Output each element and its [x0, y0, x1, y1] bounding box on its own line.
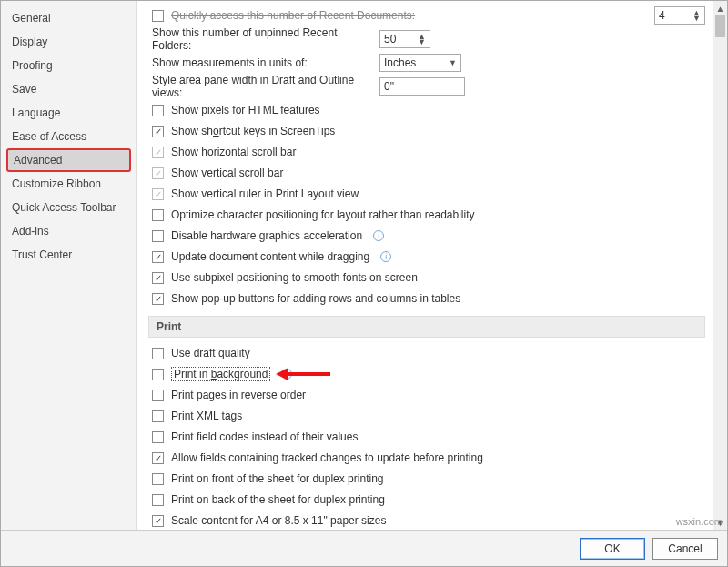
- chk-draft[interactable]: Use draft quality: [148, 343, 705, 363]
- checkbox-checked-icon: ✓: [152, 293, 164, 305]
- checkbox-icon: [152, 410, 164, 422]
- update-drag-label: Update document content while dragging: [171, 250, 369, 263]
- popup-btns-label: Show pop-up buttons for adding rows and …: [171, 292, 460, 305]
- chk-v-ruler: ✓ Show vertical ruler in Print Layout vi…: [148, 184, 705, 204]
- units-label: Show measurements in units of:: [148, 56, 379, 69]
- unpinned-folders-value: 50: [384, 33, 396, 46]
- chk-tracked[interactable]: ✓ Allow fields containing tracked change…: [148, 448, 705, 468]
- print-background-label: Print in background: [171, 367, 270, 381]
- checkbox-checked-icon: ✓: [152, 147, 164, 158]
- checkbox-icon: [152, 369, 164, 380]
- recent-docs-label: Quickly access this number of Recent Doc…: [171, 9, 415, 22]
- checkbox-icon: [152, 230, 164, 242]
- recent-docs-value: 4: [659, 9, 665, 22]
- checkbox-checked-icon: ✓: [152, 188, 164, 200]
- recent-docs-spinner[interactable]: 4 ▲▼: [654, 6, 705, 25]
- checkbox-icon: [152, 10, 164, 22]
- checkbox-icon: [152, 105, 164, 116]
- info-icon[interactable]: i: [281, 369, 292, 380]
- field-codes-label: Print field codes instead of their value…: [171, 430, 358, 443]
- units-value: Inches: [384, 56, 416, 69]
- sidebar-item-ease-of-access[interactable]: Ease of Access: [1, 125, 136, 148]
- checkbox-icon: [152, 494, 164, 506]
- sidebar: General Display Proofing Save Language E…: [1, 1, 137, 530]
- checkbox-checked-icon: ✓: [152, 251, 164, 263]
- vertical-scrollbar[interactable]: ▲ ▼: [713, 1, 727, 530]
- section-header-print: Print: [148, 316, 705, 338]
- reverse-label: Print pages in reverse order: [171, 389, 306, 401]
- chk-update-drag[interactable]: ✓ Update document content while dragging…: [148, 247, 705, 267]
- scroll-thumb[interactable]: [715, 15, 725, 37]
- scroll-area: Quickly access this number of Recent Doc…: [137, 1, 713, 530]
- duplex-front-label: Print on front of the sheet for duplex p…: [171, 472, 383, 485]
- row-style-pane: Style area pane width in Draft and Outli…: [148, 74, 705, 99]
- disable-hw-label: Disable hardware graphics acceleration: [171, 229, 362, 242]
- checkbox-icon: [152, 431, 164, 443]
- chk-scale-a4[interactable]: ✓ Scale content for A4 or 8.5 x 11" pape…: [148, 511, 705, 530]
- sidebar-item-language[interactable]: Language: [1, 101, 136, 125]
- chk-disable-hw[interactable]: Disable hardware graphics acceleration i: [148, 226, 705, 246]
- sidebar-item-quick-access-toolbar[interactable]: Quick Access Toolbar: [1, 196, 136, 219]
- info-icon[interactable]: i: [373, 230, 384, 241]
- sidebar-item-proofing[interactable]: Proofing: [1, 54, 136, 77]
- units-dropdown[interactable]: Inches ▼: [379, 54, 461, 72]
- sidebar-item-trust-center[interactable]: Trust Center: [1, 243, 136, 267]
- chk-pixels-html[interactable]: Show pixels for HTML features: [148, 100, 705, 120]
- row-recent-docs: Quickly access this number of Recent Doc…: [148, 5, 705, 25]
- sidebar-item-advanced[interactable]: Advanced: [6, 148, 131, 172]
- chk-popup-btns[interactable]: ✓ Show pop-up buttons for adding rows an…: [148, 289, 705, 309]
- info-icon[interactable]: i: [380, 251, 391, 262]
- watermark: wsxin.com: [676, 516, 723, 527]
- dialog-footer: OK Cancel: [1, 530, 727, 566]
- v-ruler-label: Show vertical ruler in Print Layout view: [171, 187, 359, 200]
- chk-duplex-back[interactable]: Print on back of the sheet for duplex pr…: [148, 490, 705, 510]
- style-pane-value: 0": [384, 80, 394, 93]
- row-unpinned-folders: Show this number of unpinned Recent Fold…: [148, 26, 705, 52]
- checkbox-checked-icon: ✓: [152, 272, 164, 284]
- checkbox-checked-icon: ✓: [152, 167, 164, 179]
- chk-h-scroll: ✓ Show horizontal scroll bar: [148, 142, 705, 162]
- chk-recent-docs[interactable]: Quickly access this number of Recent Doc…: [148, 9, 415, 22]
- sidebar-item-customize-ribbon[interactable]: Customize Ribbon: [1, 172, 136, 196]
- chk-subpixel[interactable]: ✓ Use subpixel positioning to smooth fon…: [148, 268, 705, 288]
- chk-xml[interactable]: Print XML tags: [148, 406, 705, 426]
- chk-reverse[interactable]: Print pages in reverse order: [148, 385, 705, 405]
- chk-field-codes[interactable]: Print field codes instead of their value…: [148, 427, 705, 447]
- h-scroll-label: Show horizontal scroll bar: [171, 146, 296, 158]
- subpixel-label: Use subpixel positioning to smooth fonts…: [171, 271, 418, 284]
- spinner-buttons-icon: ▲▼: [693, 10, 701, 21]
- xml-label: Print XML tags: [171, 410, 242, 422]
- unpinned-folders-label: Show this number of unpinned Recent Fold…: [148, 26, 379, 52]
- tracked-label: Allow fields containing tracked changes …: [171, 451, 483, 464]
- row-units: Show measurements in units of: Inches ▼: [148, 53, 705, 73]
- options-dialog: General Display Proofing Save Language E…: [0, 0, 728, 567]
- shortcut-keys-label: Show shortcut keys in ScreenTips: [171, 125, 335, 137]
- chk-optimize-pos[interactable]: Optimize character positioning for layou…: [148, 205, 705, 225]
- pixels-html-label: Show pixels for HTML features: [171, 104, 320, 116]
- sidebar-item-save[interactable]: Save: [1, 77, 136, 101]
- checkbox-icon: [152, 473, 164, 485]
- chk-print-background[interactable]: Print in background i: [148, 364, 705, 384]
- scroll-up-icon[interactable]: ▲: [713, 1, 727, 15]
- checkbox-checked-icon: ✓: [152, 126, 164, 137]
- ok-button[interactable]: OK: [580, 538, 645, 560]
- spinner-buttons-icon: ▲▼: [418, 34, 426, 45]
- dialog-body: General Display Proofing Save Language E…: [1, 1, 727, 530]
- unpinned-folders-spinner[interactable]: 50 ▲▼: [379, 30, 430, 48]
- draft-label: Use draft quality: [171, 347, 250, 359]
- checkbox-icon: [152, 209, 164, 221]
- optimize-pos-label: Optimize character positioning for layou…: [171, 208, 475, 221]
- v-scroll-label: Show vertical scroll bar: [171, 167, 283, 179]
- checkbox-icon: [152, 348, 164, 359]
- cancel-button[interactable]: Cancel: [652, 538, 718, 560]
- content-pane: Quickly access this number of Recent Doc…: [137, 1, 727, 530]
- checkbox-checked-icon: ✓: [152, 452, 164, 464]
- chk-shortcut-keys[interactable]: ✓ Show shortcut keys in ScreenTips: [148, 121, 705, 141]
- sidebar-item-display[interactable]: Display: [1, 30, 136, 54]
- sidebar-item-add-ins[interactable]: Add-ins: [1, 219, 136, 243]
- sidebar-item-general[interactable]: General: [1, 6, 136, 30]
- chk-duplex-front[interactable]: Print on front of the sheet for duplex p…: [148, 469, 705, 489]
- style-pane-label: Style area pane width in Draft and Outli…: [148, 74, 379, 99]
- style-pane-textbox[interactable]: 0": [379, 77, 465, 96]
- checkbox-checked-icon: ✓: [152, 515, 164, 527]
